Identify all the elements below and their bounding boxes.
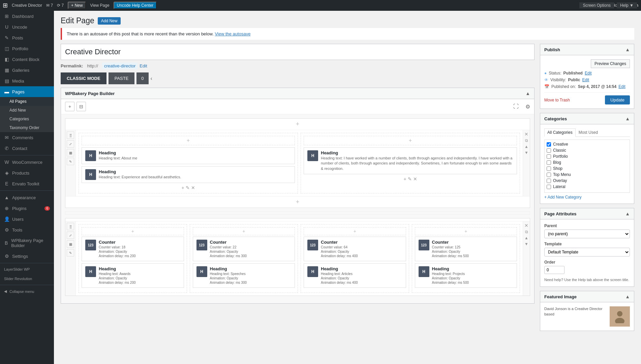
sidebar-item-users[interactable]: 👤 Users — [0, 214, 54, 224]
page-title-input[interactable] — [65, 48, 530, 56]
sidebar-item-dashboard[interactable]: ⊞ Dashboard — [0, 11, 54, 22]
sidebar-item-woocommerce[interactable]: W WooCommerce — [0, 157, 54, 168]
row-2-drag-handle[interactable]: ⣿ — [67, 223, 74, 230]
pa-template-select[interactable]: Default Template — [544, 248, 630, 256]
category-portfolio-checkbox[interactable] — [547, 154, 551, 159]
sidebar-item-uncode[interactable]: U Uncode — [0, 22, 54, 32]
category-topmenu-checkbox[interactable] — [547, 173, 551, 177]
sidebar-item-media[interactable]: ▤ Media — [0, 75, 54, 86]
sidebar-item-settings[interactable]: ⚙ Settings — [0, 251, 54, 262]
add-new-category-link[interactable]: + Add New Category — [544, 195, 630, 200]
col-1-2-add-btn[interactable]: + — [403, 176, 406, 182]
element-counter-2[interactable]: 123 Counter Counter value: 22 Animation:… — [193, 237, 295, 261]
row-2-copy-btn[interactable]: ⧉ — [524, 230, 528, 234]
row-1-grid-icon[interactable]: ▦ — [67, 149, 74, 156]
row-1-down-btn[interactable]: ▼ — [524, 150, 528, 155]
classic-mode-button[interactable]: CLASSIC MODE — [61, 72, 106, 84]
element-heading-about[interactable]: H Heading Heading text: About me — [82, 147, 295, 164]
sidebar-item-layerslider[interactable]: LayerSlider WP — [0, 265, 54, 274]
element-heading-speeches[interactable]: H Heading Heading text: Speeches Animati… — [193, 263, 295, 288]
sidebar-item-slider-revolution[interactable]: Slider Revolution — [0, 274, 54, 283]
layout-button[interactable]: ⊟ — [77, 102, 86, 111]
col-2-3-top-add[interactable]: + — [304, 227, 406, 235]
tab-most-used[interactable]: Most Used — [576, 128, 601, 136]
update-button[interactable]: Update — [605, 95, 630, 104]
sidebar-item-portfolio[interactable]: ◫ Portfolio — [0, 43, 54, 54]
page-attributes-toggle-icon[interactable]: ▲ — [625, 211, 630, 216]
row-2-close-btn[interactable]: ✕ — [524, 223, 528, 228]
add-new-button[interactable]: Add New — [98, 17, 121, 25]
submenu-taxonomy-order[interactable]: Taxonomy Order — [0, 123, 54, 132]
pa-parent-select[interactable]: (no parent) — [544, 230, 630, 238]
sidebar-item-products[interactable]: ◈ Products — [0, 168, 54, 178]
element-counter-1[interactable]: 123 Counter Counter value: 18 Animation:… — [82, 237, 184, 261]
sidebar-item-plugins[interactable]: ⊕ Plugins 6 — [0, 203, 54, 214]
element-counter-3[interactable]: 123 Counter Counter value: 64 Animation:… — [304, 237, 406, 261]
adminbar-updates[interactable]: ⟳ 7 — [57, 3, 64, 8]
visibility-edit-link[interactable]: Edit — [582, 78, 589, 82]
row-2-grid-icon[interactable]: ▦ — [67, 240, 74, 248]
tab-all-categories[interactable]: All Categories — [544, 128, 576, 137]
sidebar-item-galleries[interactable]: ▦ Galleries — [0, 65, 54, 75]
row-1-drag-handle[interactable]: ⣿ — [67, 131, 74, 139]
submenu-add-new[interactable]: Add New — [0, 106, 54, 115]
sidebar-item-content-block[interactable]: ◧ Content Block — [0, 54, 54, 65]
categories-toggle-icon[interactable]: ▲ — [625, 116, 630, 121]
screen-options-button[interactable]: Screen Options — [579, 2, 614, 8]
categories-header[interactable]: Categories ▲ — [540, 113, 634, 124]
row-1-close-btn[interactable]: ✕ — [524, 131, 528, 137]
row-2-up-btn[interactable]: ▲ — [524, 236, 528, 240]
adminbar-uncode-help[interactable]: Uncode Help Center — [114, 2, 157, 9]
element-heading-projects[interactable]: H Heading Heading text: Projects Animati… — [415, 263, 517, 288]
sidebar-collapse[interactable]: ◀ Collapse menu — [0, 286, 54, 296]
adminbar-view-page[interactable]: View Page — [90, 3, 109, 8]
col-1-2-add-top[interactable]: + — [304, 136, 517, 145]
sidebar-item-comments[interactable]: ✉ Comments — [0, 132, 54, 143]
col-1-1-add-btn[interactable]: + — [181, 185, 184, 190]
category-overlay-checkbox[interactable] — [547, 179, 551, 183]
add-element-button[interactable]: + — [65, 102, 74, 111]
col-2-2-top-add[interactable]: + — [193, 227, 295, 235]
sidebar-item-wpbakery[interactable]: B WPBakery Page Builder — [0, 235, 54, 251]
adminbar-new-button[interactable]: + New — [68, 2, 86, 9]
view-autosave-link[interactable]: View the autosave — [215, 31, 250, 36]
featured-image-header[interactable]: Featured Image ▲ — [540, 291, 634, 302]
sidebar-item-tools[interactable]: ⚙ Tools — [0, 224, 54, 235]
category-shop-checkbox[interactable] — [547, 166, 551, 171]
help-button[interactable]: Help ▼ — [617, 2, 637, 8]
count-button[interactable]: 0 — [136, 72, 148, 84]
adminbar-comments[interactable]: ✉ 7 — [46, 3, 53, 8]
builder-header[interactable]: WPBakery Page Builder ▲ — [61, 88, 534, 99]
pa-order-input[interactable] — [544, 266, 564, 274]
category-lateral-checkbox[interactable] — [547, 185, 551, 189]
category-creative-checkbox[interactable] — [547, 142, 551, 147]
col-1-1-add-top[interactable]: + — [82, 136, 295, 145]
row-1-bottom-add[interactable]: + — [296, 199, 300, 206]
adminbar-site-name[interactable]: Creative Director — [12, 3, 42, 8]
status-edit-link[interactable]: Edit — [585, 71, 592, 75]
element-counter-4[interactable]: 123 Counter Counter value: 125 Animation… — [415, 237, 517, 261]
col-1-2-edit-btn[interactable]: ✎ — [408, 176, 412, 182]
row-1-copy-btn[interactable]: ⧉ — [524, 138, 528, 143]
trash-link[interactable]: Move to Trash — [544, 98, 570, 102]
submenu-categories[interactable]: Categories — [0, 115, 54, 123]
row-2-down-btn[interactable]: ▼ — [524, 242, 528, 246]
row-1-up-btn[interactable]: ▲ — [524, 144, 528, 149]
paste-button[interactable]: PASTE — [109, 72, 135, 84]
builder-settings-icon[interactable]: ⚙ — [525, 103, 530, 110]
row-1-top-add[interactable]: + — [296, 121, 300, 128]
col-2-1-top-add[interactable]: + — [82, 227, 184, 235]
element-heading-articles[interactable]: H Heading Heading text: Articles Animati… — [304, 263, 406, 288]
element-heading-awards[interactable]: H Heading Heading text: Awards Animation… — [82, 263, 184, 288]
row-1-edit-icon[interactable]: ✎ — [67, 158, 74, 165]
sidebar-item-contact[interactable]: ✆ Contact — [0, 143, 54, 154]
col-1-1-edit-btn[interactable]: ✎ — [186, 185, 190, 190]
chevron-left-button[interactable]: ‹ — [151, 75, 152, 82]
submenu-all-pages[interactable]: All Pages — [0, 97, 54, 106]
publish-box-header[interactable]: Publish ▲ — [540, 44, 634, 55]
builder-collapse-icon[interactable]: ▲ — [525, 91, 530, 96]
row-1-expand-icon[interactable]: ⤢ — [67, 140, 74, 148]
permalink-edit-link[interactable]: Edit — [140, 63, 147, 68]
element-heading-clients[interactable]: H Heading Heading text: I have worked wi… — [304, 147, 517, 174]
sidebar-item-appearance[interactable]: ▲ Appearance — [0, 192, 54, 203]
